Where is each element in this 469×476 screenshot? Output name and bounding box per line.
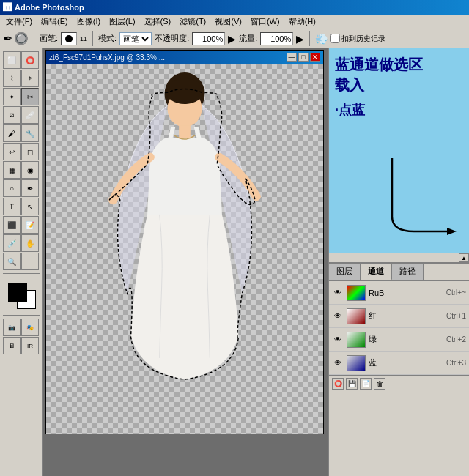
tool-row-9: T ↖ (3, 198, 39, 215)
channel-as-selection-btn[interactable]: ⭕ (332, 378, 344, 390)
svg-marker-4 (447, 228, 457, 235)
menu-filter[interactable]: 滤镜(T) (175, 15, 210, 29)
maximize-button[interactable]: □ (298, 53, 309, 62)
tool-crop[interactable]: ✂ (21, 88, 39, 105)
tool-shape-rect[interactable]: ⬛ (3, 216, 21, 234)
bride-image (97, 71, 273, 423)
annotation-arrow (377, 151, 458, 246)
minimize-button[interactable]: — (287, 53, 297, 62)
tool-eyedropper[interactable]: 💉 (3, 234, 21, 252)
brush-tool-icon2[interactable]: 🔘 (14, 31, 29, 45)
flow-icon: ▶ (296, 33, 304, 45)
flow-input[interactable] (260, 32, 293, 45)
divider3 (309, 31, 310, 46)
tab-layers[interactable]: 图层 (329, 264, 361, 280)
tool-stamp[interactable]: 🔧 (21, 124, 39, 142)
tool-eraser[interactable]: ◻ (21, 143, 39, 160)
tool-path-select[interactable]: ↖ (21, 198, 39, 215)
app-icon: 🅰 (3, 2, 12, 12)
channel-thumb-red (347, 308, 366, 324)
delete-channel-btn[interactable]: 🗑 (374, 378, 385, 390)
channel-row-red[interactable]: 👁 红 Ctrl+1 (329, 305, 469, 328)
tool-row-11: 💉 ✋ (3, 234, 39, 252)
channel-shortcut-green: Ctrl+2 (446, 335, 466, 343)
menu-window[interactable]: 窗口(W) (246, 15, 284, 29)
annotation-line2: 载入 (335, 75, 463, 95)
tab-paths[interactable]: 路径 (392, 264, 424, 280)
tool-row-1: ⬜ ⭕ (3, 51, 39, 69)
tool-sep-1 (3, 273, 40, 274)
eye-icon-red[interactable]: 👁 (332, 311, 344, 321)
brush-tool-icon[interactable]: ✒ (3, 31, 12, 45)
brush-size-label: 11 (80, 35, 87, 42)
save-selection-btn[interactable]: 💾 (346, 378, 358, 390)
tool-screen-mode[interactable]: 🖥 (3, 337, 21, 354)
channel-row-green[interactable]: 👁 绿 Ctrl+2 (329, 328, 469, 352)
tool-imagready[interactable]: IR (21, 337, 39, 354)
channel-row-blue[interactable]: 👁 蓝 Ctrl+3 (329, 352, 469, 375)
tool-row-5: 🖌 🔧 (3, 124, 39, 142)
channel-shortcut-rgb: Ctrl+~ (446, 289, 466, 297)
tool-hand[interactable]: ✋ (21, 234, 39, 252)
menu-file[interactable]: 文件(F) (1, 15, 37, 29)
channel-thumb-green (347, 332, 366, 348)
channel-thumb-blue (347, 355, 366, 371)
history-checkbox-label[interactable]: 扣到历史记录 (330, 34, 385, 44)
tool-type[interactable]: T (3, 198, 21, 215)
menu-view[interactable]: 视图(V) (210, 15, 246, 29)
tool-lasso[interactable]: ⌇ (3, 70, 21, 87)
tool-brush[interactable]: 🖌 (3, 124, 21, 142)
options-bar: ✒ 🔘 画笔: 11 模式: 画笔 不透明度: ▶ 流量: ▶ 💨 扣到历史记录 (0, 29, 469, 48)
tool-sep-2 (3, 315, 40, 316)
menu-select[interactable]: 选择(S) (140, 15, 176, 29)
tab-channels[interactable]: 通道 (361, 264, 392, 280)
tool-dodge[interactable]: ○ (3, 179, 21, 197)
tool-notes[interactable]: 📝 (21, 216, 39, 234)
tool-marquee-ellipse[interactable]: ⭕ (21, 51, 39, 69)
foreground-color[interactable] (8, 283, 27, 302)
tool-quick-mask[interactable]: 🎭 (21, 319, 39, 336)
channel-shortcut-blue: Ctrl+3 (446, 359, 466, 367)
opacity-input[interactable] (192, 32, 225, 45)
menu-image[interactable]: 图像(I) (73, 15, 105, 29)
tool-slice[interactable]: ⧄ (3, 106, 21, 124)
opacity-icon: ▶ (228, 33, 236, 45)
right-panel: 蓝通道做选区 载入 ·点蓝 ▲ 图层 通道 路径 👁 (328, 48, 469, 476)
tool-row-8: ○ ✒ (3, 179, 39, 197)
tool-heal[interactable]: 🩹 (21, 106, 39, 124)
tool-zoom[interactable]: 🔍 (3, 253, 21, 270)
toolbox: ⬜ ⭕ ⌇ ⌖ ✦ ✂ ⧄ 🩹 🖌 🔧 ↩ ◻ ▦ ◉ ○ ✒ (0, 48, 43, 476)
image-title: zt6_Fsc97d1PuhsX.jpg @ 33.3% ... (49, 53, 165, 62)
eye-icon-blue[interactable]: 👁 (332, 358, 344, 368)
flow-label: 流量: (239, 33, 257, 44)
tool-magic-wand[interactable]: ✦ (3, 88, 21, 105)
brush-preview[interactable] (61, 32, 77, 45)
divider2 (92, 31, 93, 46)
airbrush-icon[interactable]: 💨 (315, 33, 328, 45)
annotation-line1: 蓝通道做选区 (335, 54, 463, 75)
scroll-up-arrow[interactable]: ▲ (459, 253, 469, 262)
layers-tabs: 图层 通道 路径 (329, 264, 469, 281)
menu-layer[interactable]: 图层(L) (105, 15, 139, 29)
eye-icon-green[interactable]: 👁 (332, 335, 344, 345)
mode-select[interactable]: 画笔 (119, 32, 152, 45)
history-checkbox[interactable] (330, 34, 340, 43)
eye-icon-rgb[interactable]: 👁 (332, 288, 344, 298)
image-titlebar: zt6_Fsc97d1PuhsX.jpg @ 33.3% ... — □ ✕ (46, 51, 323, 64)
tool-blur[interactable]: ◉ (21, 161, 39, 179)
menu-help[interactable]: 帮助(H) (284, 15, 320, 29)
layers-panel: 图层 通道 路径 👁 RuB Ctrl+~ 👁 红 Ctrl+1 👁 (329, 263, 469, 391)
tool-polygon-lasso[interactable]: ⌖ (21, 70, 39, 87)
tool-gradient[interactable]: ▦ (3, 161, 21, 179)
tool-marquee-rect[interactable]: ⬜ (3, 51, 21, 69)
tool-pen[interactable]: ✒ (21, 179, 39, 197)
channel-row-rgb[interactable]: 👁 RuB Ctrl+~ (329, 281, 469, 305)
image-window-buttons: — □ ✕ (287, 53, 320, 62)
new-channel-btn[interactable]: 📄 (360, 378, 372, 390)
tool-row-7: ▦ ◉ (3, 161, 39, 179)
tool-standard-mode[interactable]: 📷 (3, 319, 21, 336)
close-button[interactable]: ✕ (310, 53, 320, 62)
menu-edit[interactable]: 编辑(E) (37, 15, 73, 29)
tool-history-brush[interactable]: ↩ (3, 143, 21, 160)
color-swatches[interactable] (5, 280, 37, 312)
